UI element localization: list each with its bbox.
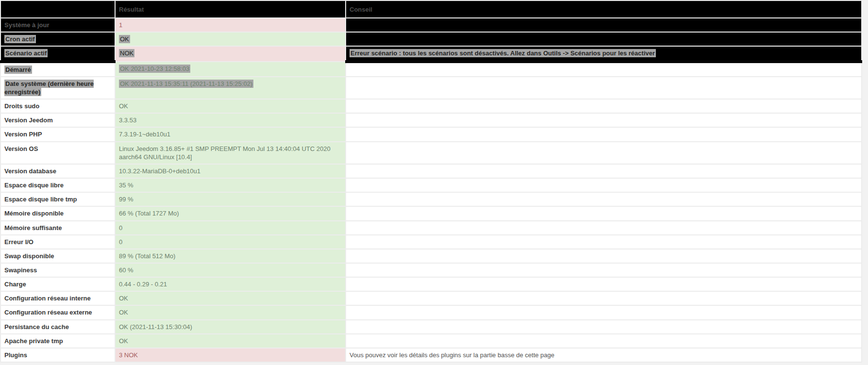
row-label: Plugins bbox=[4, 351, 27, 359]
row-result-cell: OK bbox=[115, 334, 346, 348]
table-row: Version database10.3.22-MariaDB-0+deb10u… bbox=[0, 164, 862, 178]
row-label-cell: Mémoire disponible bbox=[0, 206, 115, 220]
row-result-value: 66 % (Total 1727 Mo) bbox=[119, 210, 179, 217]
row-label: Mémoire disponible bbox=[4, 210, 64, 217]
row-result-cell: OK bbox=[115, 99, 346, 113]
row-conseil-cell bbox=[346, 113, 862, 127]
row-label: Configuration réseau interne bbox=[4, 295, 91, 302]
row-conseil-cell bbox=[346, 320, 862, 334]
row-conseil-cell bbox=[346, 206, 862, 220]
table-row: Apache private tmpOK bbox=[0, 334, 862, 348]
row-result-value: 60 % bbox=[119, 266, 134, 274]
row-result-value: OK bbox=[119, 295, 128, 302]
row-label-cell: Mémoire suffisante bbox=[0, 221, 115, 235]
row-label: Système à jour bbox=[4, 21, 50, 29]
row-result-value: OK bbox=[119, 309, 128, 316]
table-row: Date système (dernière heure enregistrée… bbox=[0, 77, 862, 99]
row-label-cell: Configuration réseau interne bbox=[0, 291, 115, 305]
health-table-body: Système à jour1Cron actifOKScénario acti… bbox=[0, 18, 862, 362]
row-result-value: OK 2021-11-13 15:35:11 (2021-11-13 15:25… bbox=[119, 80, 253, 88]
row-conseil-cell bbox=[346, 305, 862, 319]
row-result-value: OK 2021-10-23 12:58:03 bbox=[119, 65, 190, 73]
row-result-value: 1 bbox=[119, 21, 122, 29]
table-row: Configuration réseau externeOK bbox=[0, 305, 862, 319]
row-conseil-cell bbox=[346, 77, 862, 99]
row-result-cell: OK bbox=[115, 305, 346, 319]
table-row: Mémoire disponible66 % (Total 1727 Mo) bbox=[0, 206, 862, 220]
row-result-value: 35 % bbox=[119, 182, 134, 189]
header-resultat: Résultat bbox=[115, 0, 346, 18]
row-conseil-cell bbox=[346, 235, 862, 249]
row-label-cell: Droits sudo bbox=[0, 99, 115, 113]
row-result-value: OK bbox=[119, 102, 128, 110]
row-conseil-cell bbox=[346, 291, 862, 305]
row-label-cell: Configuration réseau externe bbox=[0, 305, 115, 319]
table-row: Plugins3 NOKVous pouvez voir les détails… bbox=[0, 348, 862, 362]
table-row: Cron actifOK bbox=[0, 32, 862, 46]
row-result-cell: Linux Jeedom 3.16.85+ #1 SMP PREEMPT Mon… bbox=[115, 142, 346, 164]
table-row: Erreur I/O0 bbox=[0, 235, 862, 249]
row-result-cell: OK 2021-10-23 12:58:03 bbox=[115, 62, 346, 77]
row-label: Espace disque libre bbox=[4, 182, 64, 189]
row-conseil-cell bbox=[346, 221, 862, 235]
row-label-cell: Date système (dernière heure enregistrée… bbox=[0, 77, 115, 99]
row-conseil-cell: Erreur scénario : tous les scénarios son… bbox=[346, 46, 862, 61]
row-result-cell: 89 % (Total 512 Mo) bbox=[115, 249, 346, 263]
row-conseil-cell bbox=[346, 18, 862, 32]
row-result-value: 0 bbox=[119, 238, 122, 246]
row-conseil-text: Vous pouvez voir les détails des plugins… bbox=[350, 351, 554, 359]
row-conseil-cell bbox=[346, 334, 862, 348]
table-row: Configuration réseau interneOK bbox=[0, 291, 862, 305]
table-row: Droits sudoOK bbox=[0, 99, 862, 113]
row-label: Erreur I/O bbox=[4, 238, 33, 246]
row-label: Swapiness bbox=[4, 266, 37, 274]
table-row: Version PHP7.3.19-1~deb10u1 bbox=[0, 127, 862, 141]
row-label-cell: Charge bbox=[0, 277, 115, 291]
row-result-value: Linux Jeedom 3.16.85+ #1 SMP PREEMPT Mon… bbox=[119, 145, 331, 161]
row-result-cell: 0 bbox=[115, 235, 346, 249]
row-label: Cron actif bbox=[4, 35, 36, 43]
row-result-cell: 7.3.19-1~deb10u1 bbox=[115, 127, 346, 141]
row-conseil-cell bbox=[346, 32, 862, 46]
table-row: Version OSLinux Jeedom 3.16.85+ #1 SMP P… bbox=[0, 142, 862, 164]
row-result-cell: 1 bbox=[115, 18, 346, 32]
table-header-row: Résultat Conseil bbox=[0, 0, 862, 18]
row-result-cell: OK (2021-11-13 15:30:04) bbox=[115, 320, 346, 334]
row-label-cell: Version PHP bbox=[0, 127, 115, 141]
row-conseil-cell bbox=[346, 142, 862, 164]
table-row: Swapiness60 % bbox=[0, 263, 862, 277]
row-result-value: OK (2021-11-13 15:30:04) bbox=[119, 323, 192, 331]
row-result-cell: OK bbox=[115, 32, 346, 46]
row-result-value: NOK bbox=[119, 49, 134, 57]
row-label-cell: Espace disque libre bbox=[0, 178, 115, 192]
row-label: Version Jeedom bbox=[4, 116, 53, 124]
header-label-column bbox=[0, 0, 115, 18]
row-label-cell: Démarré bbox=[0, 62, 115, 77]
row-result-value: 3 NOK bbox=[119, 351, 138, 359]
row-label: Démarré bbox=[4, 66, 32, 74]
row-label: Version PHP bbox=[4, 131, 42, 138]
row-result-cell: 3.3.53 bbox=[115, 113, 346, 127]
row-conseil-cell bbox=[346, 62, 862, 77]
row-label-cell: Persistance du cache bbox=[0, 320, 115, 334]
row-conseil-text: Erreur scénario : tous les scénarios son… bbox=[350, 49, 656, 57]
row-label-cell: Swap disponible bbox=[0, 249, 115, 263]
table-row: DémarréOK 2021-10-23 12:58:03 bbox=[0, 62, 862, 77]
row-conseil-cell bbox=[346, 249, 862, 263]
row-result-cell: 35 % bbox=[115, 178, 346, 192]
row-result-cell: 3 NOK bbox=[115, 348, 346, 362]
row-label: Charge bbox=[4, 281, 26, 288]
row-conseil-cell bbox=[346, 263, 862, 277]
row-label-cell: Système à jour bbox=[0, 18, 115, 32]
row-label: Mémoire suffisante bbox=[4, 224, 62, 232]
row-label-cell: Apache private tmp bbox=[0, 334, 115, 348]
row-label-cell: Version database bbox=[0, 164, 115, 178]
row-result-value: 0 bbox=[119, 224, 122, 232]
row-label: Scénario actif bbox=[4, 49, 48, 57]
row-label: Espace disque libre tmp bbox=[4, 196, 77, 203]
row-result-cell: 99 % bbox=[115, 192, 346, 206]
row-label: Version OS bbox=[4, 145, 38, 152]
table-row: Charge0.44 - 0.29 - 0.21 bbox=[0, 277, 862, 291]
row-conseil-cell bbox=[346, 127, 862, 141]
row-result-cell: 66 % (Total 1727 Mo) bbox=[115, 206, 346, 220]
